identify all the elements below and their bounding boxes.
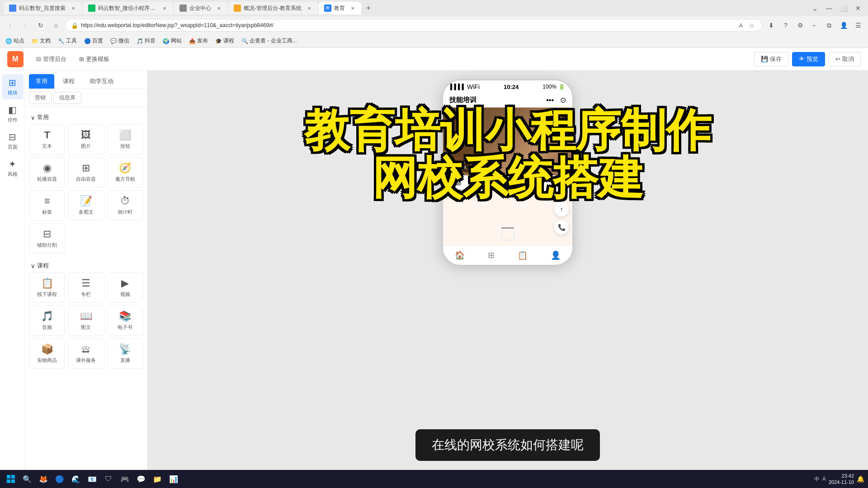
mail-icon: 📧	[88, 475, 97, 483]
comp-tab-interactive[interactable]: 助学互动	[83, 74, 120, 89]
tab-5-active[interactable]: 教 教育 ✕	[319, 2, 361, 14]
comp-sub-tabs: 营销 信息库	[25, 89, 147, 107]
star-icon[interactable]: ☆	[747, 21, 756, 30]
home-button[interactable]: ⌂	[50, 19, 62, 32]
comp-divider[interactable]: ⊟ 辅助分割	[29, 223, 65, 253]
extensions-icon[interactable]: ⧉	[823, 19, 835, 32]
phone-tab-all[interactable]: 全部	[449, 179, 461, 191]
comp-free-container[interactable]: ⊞ 自由容器	[68, 157, 104, 188]
download-icon[interactable]: ⬇	[765, 19, 778, 32]
tab-4[interactable]: 概况-管理后台-教育系统 ✕	[228, 2, 318, 14]
mail-taskbar[interactable]: 📧	[85, 472, 99, 486]
bm-qicha[interactable]: 🔍 企查查 - 企业工商...	[240, 36, 299, 46]
comp-button[interactable]: ⬜ 按钮	[107, 124, 143, 155]
comp-sub-marketing[interactable]: 营销	[29, 92, 52, 104]
phone-tab-pro[interactable]: 专业	[506, 179, 518, 190]
tab-close-3[interactable]: ✕	[216, 5, 222, 11]
comp-video[interactable]: ▶ 视频	[107, 272, 143, 303]
phone-tab-advanced[interactable]: 进阶	[487, 179, 499, 190]
explorer-taskbar[interactable]: 📁	[150, 472, 165, 486]
preview-button[interactable]: 👁 预览	[792, 52, 825, 66]
tab-1[interactable]: 码云数智_百度搜索 ✕	[4, 2, 82, 14]
tab-close-2[interactable]: ✕	[161, 5, 168, 11]
phone-nav-grid[interactable]: ⊞	[488, 250, 495, 260]
start-button[interactable]	[4, 472, 18, 486]
sidebar-toggle-icon[interactable]: ☰	[852, 19, 864, 32]
refresh-button[interactable]: ↻	[34, 19, 47, 32]
phone-nav-home[interactable]: 🏠	[455, 250, 465, 260]
bm-publish[interactable]: 📤 发布	[187, 36, 210, 46]
sidebar-page[interactable]: ⊟ 页面	[2, 128, 24, 154]
comp-tab-course[interactable]: 课程	[56, 74, 81, 89]
browser-taskbar-2[interactable]: 🔵	[52, 472, 67, 486]
share-float-btn[interactable]: ↑	[554, 202, 569, 216]
bm-baidu[interactable]: 🔵 百度	[82, 36, 105, 46]
phone-tab-basic[interactable]: 基础	[468, 179, 480, 190]
bm-website[interactable]: 🌍 网站	[161, 36, 184, 46]
notification-icon[interactable]: 🔔	[857, 475, 864, 483]
comp-magic-nav[interactable]: 🧭 魔方导航	[107, 157, 143, 188]
comp-tab-common[interactable]: 常用	[29, 74, 54, 89]
tab-3[interactable]: 企业中心 ✕	[174, 2, 227, 14]
comp-ebook[interactable]: 📚 电子书	[107, 305, 143, 336]
comp-audio[interactable]: 🎵 音频	[29, 305, 65, 336]
sidebar-control[interactable]: ◧ 控件	[2, 101, 24, 127]
translate-icon[interactable]: A	[736, 21, 745, 30]
more-icon[interactable]: •••	[546, 96, 554, 104]
comp-image[interactable]: 🖼 图片	[68, 124, 104, 155]
shield-taskbar[interactable]: 🛡	[101, 472, 116, 486]
wechat-taskbar[interactable]: 💬	[134, 472, 148, 486]
comp-countdown[interactable]: ⏱ 倒计时	[107, 190, 143, 221]
save-button[interactable]: 💾 保存	[754, 52, 788, 66]
comp-sub-info[interactable]: 信息库	[53, 92, 81, 104]
comp-graphic[interactable]: 📖 图文	[68, 305, 104, 336]
comp-text[interactable]: T 文本	[29, 124, 65, 155]
phone-float-btn[interactable]: 📞	[554, 220, 569, 235]
sidebar-module[interactable]: ⊞ 模块	[2, 74, 24, 99]
bm-doc[interactable]: 📁 文档	[30, 36, 52, 46]
cancel-button[interactable]: ↩ 取消	[829, 52, 861, 66]
bm-wechat[interactable]: 💬 微信	[108, 36, 131, 46]
bm-tools[interactable]: 🔧 工具	[56, 36, 79, 46]
search-taskbar[interactable]: 🔍	[20, 472, 34, 486]
comp-offline-course[interactable]: 📋 线下课程	[29, 272, 65, 303]
browser-taskbar-1[interactable]: 🦊	[36, 472, 51, 486]
maximize-button[interactable]: ⬜	[837, 2, 850, 14]
comp-column[interactable]: ☰ 专栏	[68, 272, 104, 303]
bm-douyin[interactable]: 🎵 抖音	[135, 36, 157, 46]
comp-live[interactable]: 📡 直播	[107, 338, 143, 369]
tab-add-button[interactable]: +	[362, 2, 375, 14]
minimize-button[interactable]: —	[823, 2, 835, 14]
settings-icon[interactable]: ⚙	[794, 19, 807, 32]
profile-icon[interactable]: 👤	[837, 19, 850, 32]
sidebar-style[interactable]: ✦ 风格	[2, 155, 24, 181]
comp-service[interactable]: 🛎 课外服务	[68, 338, 104, 369]
comp-carousel[interactable]: ◉ 轮播容器	[29, 157, 65, 188]
bm-course[interactable]: 🎓 课程	[213, 36, 236, 46]
tab-close-4[interactable]: ✕	[306, 5, 312, 11]
comp-tag[interactable]: ≡ 标签	[29, 190, 65, 221]
camera-icon[interactable]: ⊙	[560, 96, 566, 104]
edge-taskbar[interactable]: 🌊	[69, 472, 83, 486]
tab-2[interactable]: 码云数智_微信小程序制作平台 ✕	[83, 2, 173, 14]
comp-physical[interactable]: 📦 实物商品	[29, 338, 65, 369]
section-header-course[interactable]: ∨ 课程	[29, 259, 143, 272]
tab-close-1[interactable]: ✕	[70, 5, 76, 11]
help-icon[interactable]: ?	[779, 19, 792, 32]
forward-button[interactable]: ›	[19, 19, 32, 32]
phone-nav-order[interactable]: 📋	[518, 250, 528, 260]
change-template-nav-item[interactable]: ⊞ 更换模板	[74, 52, 115, 66]
section-header-common[interactable]: ∨ 常用	[29, 111, 143, 124]
phone-nav-profile[interactable]: 👤	[551, 250, 561, 260]
bm-site[interactable]: 🌐 站点	[4, 36, 26, 46]
back-page-icon[interactable]: ←	[808, 19, 821, 32]
tab-close-5[interactable]: ✕	[349, 5, 356, 11]
close-window-button[interactable]: ✕	[852, 2, 864, 14]
admin-nav-item[interactable]: ⊟ 管理后台	[31, 52, 72, 66]
game-taskbar[interactable]: 🎮	[118, 472, 132, 486]
comp-multi-text[interactable]: 📝 多图文	[68, 190, 104, 221]
back-button[interactable]: ‹	[4, 19, 16, 32]
tab-overflow-button[interactable]: ⌄	[808, 2, 821, 14]
excel-taskbar[interactable]: 📊	[166, 472, 181, 486]
address-bar[interactable]: 🔒 https://edu.webportal.top/editorNew.js…	[65, 19, 762, 32]
